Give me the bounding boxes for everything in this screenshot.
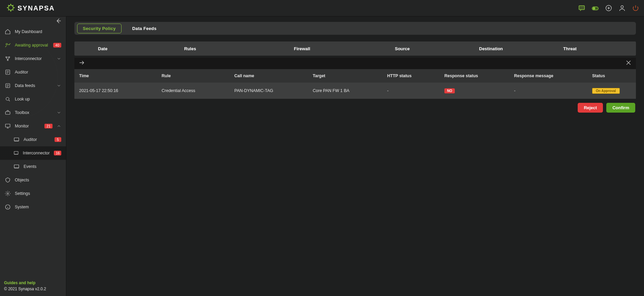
- detail-header-row: Time Rule Call name Target HTTP status R…: [74, 69, 636, 83]
- monitor-icon: [5, 123, 11, 129]
- sidebar-item-label: System: [15, 205, 61, 209]
- filter-col-firewall[interactable]: Firewall: [289, 46, 389, 51]
- svg-point-17: [7, 193, 9, 195]
- add-icon[interactable]: [605, 4, 612, 12]
- sidebar-item-objects[interactable]: Objects: [0, 173, 66, 187]
- filter-col-date[interactable]: Date: [74, 46, 179, 51]
- feeds-icon: [5, 83, 11, 89]
- app-logo[interactable]: SYNAPSA: [6, 3, 55, 13]
- filter-header: Date Rules Firewall Source Destination T…: [74, 41, 636, 56]
- detail-cell-rule: Credential Access: [157, 88, 230, 93]
- sidebar-collapse[interactable]: [0, 17, 66, 25]
- svg-rect-0: [579, 6, 585, 10]
- sidebar-badge: 21: [44, 124, 53, 128]
- tab-security-policy[interactable]: Security Policy: [77, 24, 122, 33]
- filter-col-source[interactable]: Source: [389, 46, 474, 51]
- tab-bar: Security Policy Data Feeds: [74, 22, 636, 35]
- svg-rect-13: [5, 124, 10, 127]
- action-buttons: Reject Confirm: [74, 103, 636, 113]
- status-on-approval-badge: On Approval: [592, 88, 620, 94]
- sidebar-item-interconnector[interactable]: Interconnector: [0, 52, 66, 65]
- chevron-down-icon: [57, 83, 61, 88]
- detail-header-resp: Response status: [440, 73, 509, 78]
- svg-point-7: [9, 57, 10, 58]
- detail-row[interactable]: 2021-05-17 22:50:16 Credential Access PA…: [74, 83, 636, 99]
- sidebar-subitem-events[interactable]: Events: [0, 160, 66, 173]
- top-icons: [578, 4, 639, 12]
- sidebar-item-label: Interconnector: [15, 56, 53, 61]
- detail-header-time: Time: [74, 73, 157, 78]
- theme-toggle-icon[interactable]: [591, 4, 599, 12]
- sidebar-item-monitor[interactable]: Monitor 21: [0, 119, 66, 133]
- sidebar-item-label: Auditor: [24, 137, 50, 142]
- chevron-down-icon: [57, 110, 61, 115]
- sidebar-item-label: Look up: [15, 97, 61, 101]
- main-content: Security Policy Data Feeds Date Rules Fi…: [66, 17, 644, 296]
- sidebar-item-data-feeds[interactable]: Data feeds: [0, 79, 66, 92]
- auditor-icon: [5, 69, 11, 75]
- sidebar-item-label: Awaiting approval: [15, 43, 49, 48]
- detail-header-target: Target: [308, 73, 382, 78]
- response-no-badge: NO: [444, 88, 455, 93]
- sidebar-item-auditor[interactable]: Auditor: [0, 65, 66, 79]
- confirm-button[interactable]: Confirm: [606, 103, 635, 113]
- svg-rect-14: [14, 138, 19, 141]
- detail-toolbar: [74, 58, 636, 69]
- svg-rect-16: [14, 165, 19, 168]
- sidebar-subitem-auditor[interactable]: Auditor 5: [0, 133, 66, 146]
- toolbox-icon: [5, 110, 11, 116]
- sidebar-item-label: Settings: [15, 191, 61, 196]
- filter-col-threat[interactable]: Threat: [558, 46, 636, 51]
- detail-cell-time: 2021-05-17 22:50:16: [74, 88, 157, 93]
- sidebar-item-toolbox[interactable]: Toolbox: [0, 106, 66, 119]
- svg-rect-12: [5, 112, 10, 114]
- sidebar: My Dashboard Awaiting approval 40 Interc…: [0, 17, 66, 296]
- sidebar-item-label: Toolbox: [15, 110, 53, 115]
- sidebar-item-label: Auditor: [15, 70, 61, 75]
- detail-cell-call: PAN-DYNAMIC-TAG: [230, 88, 308, 93]
- guides-link[interactable]: Guides and help: [4, 280, 62, 285]
- detail-header-status: Status: [587, 73, 636, 78]
- reject-button[interactable]: Reject: [578, 103, 603, 113]
- power-icon[interactable]: [632, 4, 639, 12]
- screen-icon: [13, 137, 20, 143]
- sidebar-item-lookup[interactable]: Look up: [0, 92, 66, 106]
- sidebar-item-dashboard[interactable]: My Dashboard: [0, 25, 66, 38]
- logo-icon: [6, 3, 15, 13]
- chevron-up-icon: [57, 124, 61, 128]
- arrow-left-icon: [55, 17, 62, 25]
- detail-cell-resp: NO: [440, 88, 509, 93]
- sidebar-item-label: Monitor: [15, 124, 40, 128]
- sidebar-item-system[interactable]: System: [0, 200, 66, 214]
- sidebar-item-label: Data feeds: [15, 83, 53, 88]
- sidebar-subitem-interconnector[interactable]: Interconnector 16: [0, 146, 66, 160]
- detail-panel: Time Rule Call name Target HTTP status R…: [74, 58, 636, 99]
- sidebar-badge: 40: [53, 43, 61, 48]
- sidebar-item-awaiting-approval[interactable]: Awaiting approval 40: [0, 38, 66, 52]
- detail-header-http: HTTP status: [382, 73, 440, 78]
- copyright-text: © 2021 Synapsa v2.0.2: [4, 287, 62, 291]
- home-icon: [5, 29, 11, 35]
- filter-col-destination[interactable]: Destination: [474, 46, 558, 51]
- sidebar-item-label: My Dashboard: [15, 29, 61, 34]
- close-icon[interactable]: [625, 59, 632, 67]
- filter-col-rules[interactable]: Rules: [179, 46, 289, 51]
- interconnector-icon: [5, 56, 11, 62]
- detail-cell-msg: -: [509, 88, 587, 93]
- chat-icon[interactable]: [578, 4, 585, 12]
- sidebar-item-settings[interactable]: Settings: [0, 187, 66, 200]
- tab-data-feeds[interactable]: Data Feeds: [127, 24, 162, 33]
- detail-header-rule: Rule: [157, 73, 230, 78]
- svg-point-8: [7, 60, 8, 61]
- sidebar-subnav-monitor: Auditor 5 Interconnector 16 Events: [0, 133, 66, 173]
- detail-cell-target: Core PAN FW 1 BA: [308, 88, 382, 93]
- detail-header-msg: Response message: [509, 73, 587, 78]
- svg-point-6: [6, 57, 7, 58]
- detail-cell-http: -: [382, 88, 440, 93]
- lookup-icon: [5, 96, 11, 102]
- svg-point-5: [6, 43, 8, 45]
- forward-icon[interactable]: [78, 59, 85, 67]
- sidebar-item-label: Objects: [15, 178, 61, 182]
- svg-point-4: [621, 6, 623, 8]
- user-icon[interactable]: [618, 4, 626, 12]
